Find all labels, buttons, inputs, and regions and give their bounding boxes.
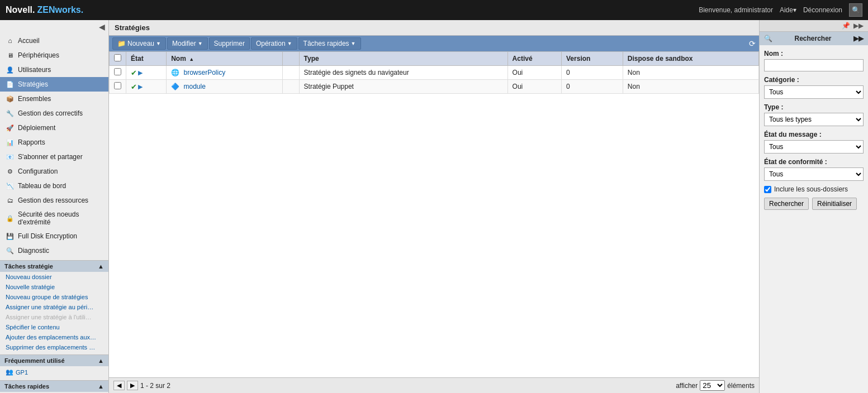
etat-message-select[interactable]: Tous Option 1 xyxy=(764,140,864,154)
task-nouveau-dossier[interactable]: Nouveau dossier xyxy=(0,272,108,282)
row2-status-icon: ✔ ▶ xyxy=(131,83,143,91)
page-next-button[interactable]: ▶ xyxy=(127,381,138,390)
rechercher-button[interactable]: Rechercher xyxy=(764,198,809,210)
operation-button[interactable]: Opération ▼ xyxy=(251,37,297,50)
content-area: Stratégies 📁 Nouveau ▼ Modifier ▼ Suppri… xyxy=(109,20,868,393)
expand-right-icon[interactable]: ▶▶ xyxy=(853,22,864,30)
nav-item-rapports[interactable]: Rapports xyxy=(0,135,108,150)
etat-conformite-select[interactable]: Tous Conforme Non conforme xyxy=(764,167,864,181)
nav-label-tableau: Tableau de bord xyxy=(18,182,66,190)
filter-section: Nom : Catégorie : Tous Catégorie 1 Type … xyxy=(760,45,868,214)
page-prev-button[interactable]: ◀ xyxy=(113,381,125,390)
row2-col4 xyxy=(282,80,299,94)
col-etat: État xyxy=(126,52,167,66)
row2-nom-link[interactable]: module xyxy=(183,83,205,90)
right-panel-top-icons: 📌 ▶▶ xyxy=(760,20,868,32)
nav-item-deploiement[interactable]: Déploiement xyxy=(0,121,108,135)
pin-icon[interactable]: 📌 xyxy=(842,22,850,30)
nouveau-arrow-icon: ▼ xyxy=(156,41,161,46)
modifier-label: Modifier xyxy=(172,40,196,47)
nav-item-security[interactable]: Sécurité des noeuds d'extrémité xyxy=(0,208,108,229)
right-panel-header: 🔍 Rechercher ▶▶ xyxy=(760,32,868,45)
nav-item-ensembles[interactable]: Ensembles xyxy=(0,92,108,106)
subscribe-icon xyxy=(6,152,15,161)
row2-play-icon: ▶ xyxy=(138,83,143,90)
col-checkbox xyxy=(110,52,126,66)
task-supprimer-emp[interactable]: Supprimer des emplacements … xyxy=(0,342,108,352)
strategies-header: Stratégies xyxy=(109,20,759,36)
sidebar-collapse[interactable]: ◀ xyxy=(0,20,108,33)
nav-label-strategies: Stratégies xyxy=(18,80,48,88)
toolbar: 📁 Nouveau ▼ Modifier ▼ Supprimer Opérati… xyxy=(109,36,759,51)
frequent-section: Fréquemment utilisé ▲ 👥 GP1 xyxy=(0,354,108,378)
nav-label-configuration: Configuration xyxy=(18,167,58,175)
filter-buttons: Rechercher Réinitialiser xyxy=(764,198,864,210)
modifier-button[interactable]: Modifier ▼ xyxy=(167,37,208,50)
nav-item-correctifs[interactable]: Gestion des correctifs xyxy=(0,106,108,121)
nav-label-correctifs: Gestion des correctifs xyxy=(18,109,83,117)
row1-checkbox[interactable] xyxy=(114,68,121,75)
taches-rapides-button[interactable]: Tâches rapides ▼ xyxy=(298,37,361,50)
table-row: ✔ ▶ 🔷 module Stratégie Puppet xyxy=(110,80,759,94)
nav-item-fde[interactable]: Full Disk Encryption xyxy=(0,229,108,243)
nom-input[interactable] xyxy=(764,59,864,71)
nav-item-utilisateurs[interactable]: Utilisateurs xyxy=(0,63,108,77)
nav-item-resources[interactable]: Gestion des ressources xyxy=(0,193,108,208)
task-specifier[interactable]: Spécifier le contenu xyxy=(0,322,108,332)
deconnexion-link[interactable]: Déconnexion xyxy=(803,6,842,14)
row2-checkbox-cell xyxy=(110,80,126,94)
supprimer-button[interactable]: Supprimer xyxy=(209,37,250,50)
row1-play-icon: ▶ xyxy=(138,69,143,76)
row1-nom-link[interactable]: browserPolicy xyxy=(183,69,225,76)
nav-item-accueil[interactable]: Accueil xyxy=(0,33,108,48)
page-size-select[interactable]: 25 50 100 xyxy=(700,380,725,391)
task-nouvelle-strategie[interactable]: Nouvelle stratégie xyxy=(0,282,108,292)
pagination-right: afficher 25 50 100 éléments xyxy=(676,380,755,391)
welcome-text: Bienvenue, administrator xyxy=(699,6,773,14)
frequent-chevron-icon: ▲ xyxy=(98,357,104,364)
categorie-select[interactable]: Tous Catégorie 1 xyxy=(764,85,864,99)
refresh-icon[interactable]: ⟳ xyxy=(749,39,756,48)
include-sous-dossiers-checkbox[interactable] xyxy=(764,186,771,193)
nav-label-peripheriques: Périphériques xyxy=(18,51,59,59)
col-type: Type xyxy=(299,52,507,66)
frequent-title: Fréquemment utilisé xyxy=(4,357,65,364)
nav-item-diagnostic[interactable]: Diagnostic xyxy=(0,243,108,258)
quick-section-header[interactable]: Tâches rapides ▲ xyxy=(0,381,108,392)
table-container: État Nom ▲ Type Activé Version Dispose d… xyxy=(109,51,759,377)
nav-item-subscribe[interactable]: S'abonner et partager xyxy=(0,150,108,164)
aide-link[interactable]: Aide▾ xyxy=(780,6,796,14)
folder-icon: 📁 xyxy=(117,40,126,47)
tasks-section-header[interactable]: Tâches stratégie ▲ xyxy=(0,261,108,272)
etat-message-label: État du message : xyxy=(764,131,864,138)
nouveau-button[interactable]: 📁 Nouveau ▼ xyxy=(112,37,166,50)
tasks-chevron-icon: ▲ xyxy=(98,263,104,270)
afficher-label: afficher xyxy=(676,382,698,390)
topbar-right: Bienvenue, administrator Aide▾ Déconnexi… xyxy=(699,3,862,17)
reinitialiser-button[interactable]: Réinitialiser xyxy=(812,198,857,210)
nav-item-peripheriques[interactable]: Périphériques xyxy=(0,48,108,63)
logo-novell: Novell. xyxy=(6,5,35,15)
row2-sandbox: Non xyxy=(623,80,758,94)
right-panel-expand-icon[interactable]: ▶▶ xyxy=(853,35,864,42)
row2-nom-cell: 🔷 module xyxy=(167,80,282,94)
frequent-item-gp1[interactable]: 👥 GP1 xyxy=(6,368,103,376)
collapse-icon[interactable]: ◀ xyxy=(99,22,105,31)
row1-nom-cell: 🌐 browserPolicy xyxy=(167,66,282,80)
type-select[interactable]: Tous les types Type 1 xyxy=(764,113,864,126)
row2-etat: ✔ ▶ xyxy=(126,80,167,94)
frequent-section-header[interactable]: Fréquemment utilisé ▲ xyxy=(0,355,108,366)
config-icon xyxy=(6,167,15,176)
search-icon[interactable]: 🔍 xyxy=(849,3,862,17)
col-nom[interactable]: Nom ▲ xyxy=(167,52,282,66)
nav-item-strategies[interactable]: Stratégies xyxy=(0,77,108,92)
resources-icon xyxy=(6,196,15,205)
nav-item-configuration[interactable]: Configuration xyxy=(0,164,108,179)
task-nouveau-groupe[interactable]: Nouveau groupe de stratégies xyxy=(0,292,108,302)
nav-item-tableau[interactable]: Tableau de bord xyxy=(0,179,108,193)
tasks-list: Nouveau dossier Nouvelle stratégie Nouve… xyxy=(0,272,108,352)
task-assigner-peri[interactable]: Assigner une stratégie au péri… xyxy=(0,302,108,312)
task-ajouter[interactable]: Ajouter des emplacements aux… xyxy=(0,332,108,342)
select-all-checkbox[interactable] xyxy=(114,54,121,61)
row2-checkbox[interactable] xyxy=(114,82,121,89)
